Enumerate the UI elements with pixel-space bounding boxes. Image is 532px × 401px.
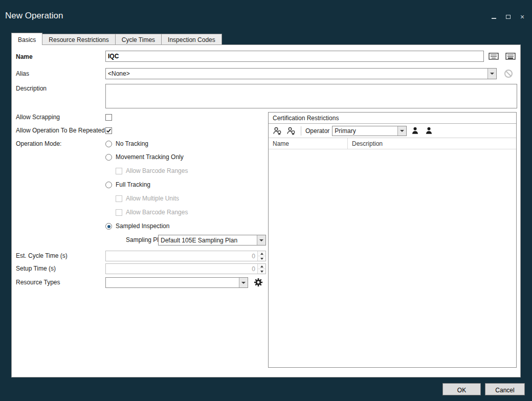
- check-icon: [106, 128, 112, 133]
- tab-resource-restrictions[interactable]: Resource Restrictions: [42, 34, 115, 45]
- movement-allow-barcode-checkbox: [116, 168, 122, 174]
- certification-table-header: Name Description: [269, 138, 516, 149]
- close-button[interactable]: ×: [517, 12, 528, 21]
- maximize-icon: [506, 15, 511, 19]
- chevron-down-icon: [260, 258, 263, 260]
- est-cycle-time-value: 0: [106, 251, 257, 261]
- gear-icon: [254, 278, 263, 287]
- operator-dropdown[interactable]: Primary: [332, 126, 407, 136]
- close-icon: ×: [520, 13, 524, 20]
- no-entry-icon: [504, 69, 513, 78]
- add-certification-button[interactable]: [272, 125, 283, 137]
- person-icon: [411, 126, 419, 135]
- radio-movement-tracking-label: Movement Tracking Only: [116, 153, 184, 161]
- chevron-up-icon: [260, 253, 263, 255]
- sampling-plan-selected-value: Default 105E Sampling Plan: [159, 237, 257, 244]
- keyboard-icon: [489, 52, 499, 60]
- radio-sampled-inspection[interactable]: [105, 223, 112, 230]
- keyboard-edit-icon: [505, 52, 516, 60]
- tab-inspection-codes[interactable]: Inspection Codes: [161, 34, 222, 45]
- certification-restrictions-title: Certification Restrictions: [269, 113, 516, 124]
- add-operator-button[interactable]: [409, 125, 420, 137]
- titlebar: New Operation ×: [0, 0, 532, 29]
- est-cycle-time-stepper[interactable]: 0: [105, 251, 266, 261]
- column-header-description[interactable]: Description: [348, 138, 516, 149]
- alias-clear-button-disabled: [503, 69, 514, 79]
- new-operation-window: New Operation × Basics Resource Restrict…: [0, 0, 532, 401]
- chevron-down-icon: [400, 130, 404, 132]
- chevron-down-icon: [259, 239, 263, 241]
- radio-full-tracking-label: Full Tracking: [116, 181, 150, 188]
- spin-up-button[interactable]: [258, 251, 265, 256]
- radio-no-tracking[interactable]: [105, 141, 112, 147]
- tab-strip: Basics Resource Restrictions Cycle Times…: [11, 33, 221, 45]
- spin-up-button[interactable]: [258, 264, 265, 269]
- resource-types-settings-button[interactable]: [253, 277, 264, 288]
- person-icon: [425, 126, 433, 135]
- tab-basics[interactable]: Basics: [11, 33, 42, 45]
- alias-dropdown-button[interactable]: [487, 69, 496, 79]
- spin-down-button[interactable]: [258, 256, 265, 261]
- allow-scrapping-checkbox[interactable]: [105, 114, 112, 121]
- chevron-down-icon: [260, 271, 263, 273]
- radio-no-tracking-label: No Tracking: [116, 140, 148, 147]
- name-translations-button[interactable]: [505, 51, 516, 61]
- sampling-plan-dropdown-button[interactable]: [257, 235, 265, 245]
- est-cycle-time-spin-buttons: [257, 251, 265, 261]
- alias-selected-value: <None>: [106, 70, 487, 77]
- movement-allow-barcode-label: Allow Barcode Ranges: [126, 167, 188, 174]
- operator-label: Operator: [305, 127, 329, 135]
- certification-table-body[interactable]: [269, 149, 516, 367]
- radio-movement-tracking[interactable]: [105, 154, 112, 161]
- name-multiline-edit-button[interactable]: [488, 51, 499, 61]
- basics-panel: Name Alias <None>: [11, 44, 521, 377]
- radio-sampled-inspection-label: Sampled Inspection: [116, 222, 169, 230]
- tab-cycle-times[interactable]: Cycle Times: [115, 34, 162, 45]
- full-allow-barcode-label: Allow Barcode Ranges: [126, 209, 188, 216]
- toolbar-separator: [301, 126, 301, 136]
- name-input[interactable]: [105, 51, 484, 62]
- allow-repeat-label: Allow Operation To Be Repeated: [16, 127, 105, 134]
- sampling-plan-dropdown[interactable]: Default 105E Sampling Plan: [158, 235, 266, 246]
- alias-label: Alias: [16, 70, 29, 77]
- operator-selected-value: Primary: [332, 127, 397, 135]
- spin-down-button[interactable]: [258, 269, 265, 274]
- full-allow-multiple-units-label: Allow Multiple Units: [126, 195, 179, 202]
- description-textarea[interactable]: [105, 84, 517, 108]
- certification-toolbar: Operator Primary: [269, 124, 516, 138]
- description-label: Description: [16, 85, 47, 92]
- minimize-button[interactable]: [488, 12, 499, 21]
- setup-time-value: 0: [106, 264, 257, 274]
- certification-restrictions-group: Certification Restrictions: [268, 112, 517, 368]
- radio-selected-dot: [107, 225, 110, 228]
- maximize-button[interactable]: [502, 12, 514, 21]
- setup-time-spin-buttons: [257, 264, 265, 274]
- remove-certification-button[interactable]: [285, 125, 297, 137]
- column-header-name[interactable]: Name: [269, 138, 348, 149]
- operation-mode-label: Operation Mode:: [16, 140, 61, 147]
- resource-types-dropdown[interactable]: [105, 277, 248, 288]
- remove-operator-button[interactable]: [423, 125, 434, 137]
- certified-person-icon: [286, 126, 296, 136]
- full-allow-barcode-checkbox: [116, 209, 122, 216]
- full-allow-multiple-units-checkbox: [116, 195, 122, 202]
- allow-scrapping-label: Allow Scrapping: [16, 114, 60, 121]
- alias-dropdown[interactable]: <None>: [105, 68, 497, 79]
- radio-full-tracking[interactable]: [105, 182, 112, 188]
- chevron-down-icon: [241, 282, 246, 284]
- setup-time-label: Setup Time (s): [16, 265, 56, 272]
- chevron-down-icon: [490, 73, 494, 75]
- operator-dropdown-button[interactable]: [397, 126, 406, 136]
- window-controls: ×: [488, 12, 528, 21]
- chevron-up-icon: [260, 265, 263, 268]
- resource-types-label: Resource Types: [16, 279, 60, 286]
- certified-person-icon: [273, 126, 282, 136]
- resource-types-dropdown-button[interactable]: [239, 278, 248, 287]
- cancel-button[interactable]: Cancel: [485, 383, 525, 395]
- window-title: New Operation: [5, 11, 63, 21]
- setup-time-stepper[interactable]: 0: [105, 263, 266, 274]
- name-label: Name: [16, 53, 33, 60]
- minimize-icon: [492, 15, 496, 19]
- ok-button[interactable]: OK: [442, 383, 481, 395]
- allow-repeat-checkbox[interactable]: [105, 127, 112, 134]
